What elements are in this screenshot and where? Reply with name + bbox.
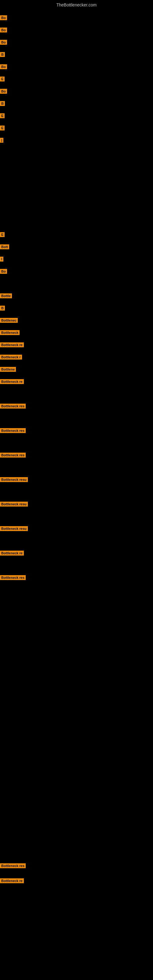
badge-6: E <box>0 76 5 81</box>
badge-11: | <box>0 138 3 143</box>
badge-32: Bottleneck res <box>0 863 26 868</box>
badge-25: Bottleneck res <box>0 428 26 433</box>
badge-23: Bottleneck re <box>0 379 24 384</box>
site-title-text: TheBottlenecker.com <box>56 2 97 7</box>
badge-14: I <box>0 257 3 261</box>
badge-13: Bott <box>0 244 9 249</box>
badge-21: Bottleneck r <box>0 355 22 360</box>
badge-16: Bottle <box>0 293 12 298</box>
badge-17: B <box>0 305 5 310</box>
badge-30: Bottleneck re <box>0 550 24 555</box>
badge-29: Bottleneck resu <box>0 526 28 531</box>
badge-18: Bottlenec <box>0 318 18 323</box>
badge-1: Bo <box>0 15 7 20</box>
badge-9: E <box>0 113 5 118</box>
badge-19: Bottleneck <box>0 330 19 335</box>
badge-28: Bottleneck resu <box>0 502 28 506</box>
badge-26: Bottleneck res <box>0 453 26 458</box>
badge-3: Bo <box>0 40 7 45</box>
badge-12: E <box>0 232 5 237</box>
badge-7: Bo <box>0 89 7 94</box>
badge-5: Bo <box>0 64 7 69</box>
badge-4: B <box>0 52 5 57</box>
badge-24: Bottleneck res <box>0 404 26 409</box>
site-title: TheBottlenecker.com <box>0 0 153 9</box>
badge-10: E <box>0 126 5 130</box>
badge-8: B <box>0 101 5 106</box>
badge-15: Bo <box>0 269 7 274</box>
badge-31: Bottleneck res <box>0 575 26 580</box>
badge-20: Bottleneck re <box>0 342 24 347</box>
badge-2: Bo <box>0 27 7 32</box>
badge-22: Bottlene <box>0 367 16 372</box>
badge-27: Bottleneck resu <box>0 477 28 482</box>
badge-33: Bottleneck re <box>0 878 24 883</box>
